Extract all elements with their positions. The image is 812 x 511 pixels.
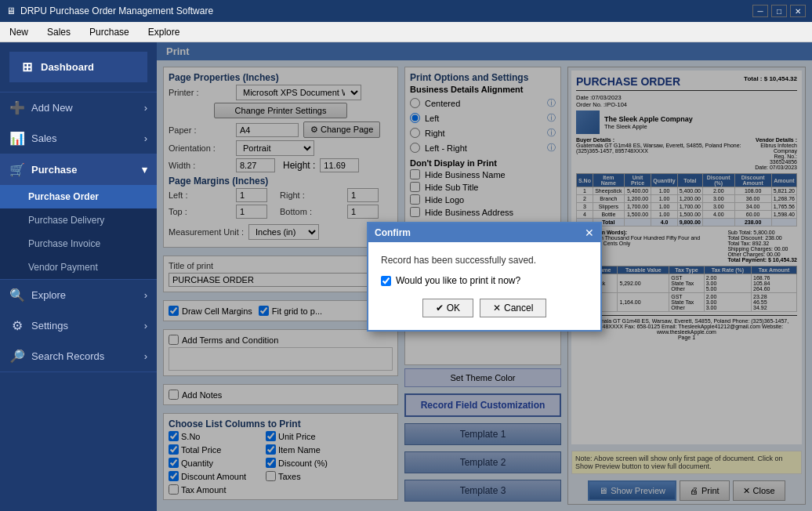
confirm-close-button[interactable]: ✕ — [585, 227, 594, 239]
purchase-icon: 🛒 — [9, 162, 25, 177]
cancel-x-icon: ✕ — [493, 303, 501, 313]
confirm-overlay: Confirm ✕ Record has been successfully s… — [157, 42, 812, 511]
add-new-icon: ➕ — [9, 100, 25, 115]
search-records-icon: 🔎 — [9, 349, 25, 364]
sidebar-item-search-records[interactable]: 🔎 Search Records › — [0, 341, 157, 371]
sidebar-label-dashboard: Dashboard — [41, 61, 94, 73]
sidebar-label-settings: Settings — [31, 320, 68, 332]
explore-icon: 🔍 — [9, 288, 25, 303]
sidebar-sub-purchase: Purchase Order Purchase Delivery Purchas… — [0, 185, 157, 279]
sales-arrow: › — [144, 132, 147, 144]
sidebar-item-purchase-order[interactable]: Purchase Order — [0, 185, 157, 208]
ok-checkmark-icon: ✔ — [436, 303, 444, 313]
search-arrow: › — [144, 350, 147, 362]
confirm-ok-button[interactable]: ✔ OK — [422, 299, 473, 317]
app-icon: 🖥 — [6, 5, 16, 16]
main-layout: ⊞ Dashboard ➕ Add New › 📊 Sales › 🛒 — [0, 42, 812, 511]
sidebar-label-search-records: Search Records — [31, 350, 104, 362]
explore-arrow: › — [144, 289, 147, 301]
confirm-message: Record has been successfully saved. — [381, 255, 588, 266]
add-new-arrow: › — [144, 102, 147, 114]
confirm-buttons: ✔ OK ✕ Cancel — [381, 299, 588, 317]
sidebar-label-sales: Sales — [31, 132, 57, 144]
sidebar-item-purchase[interactable]: 🛒 Purchase ▾ — [0, 154, 157, 185]
sidebar-logo: ⊞ Dashboard — [0, 42, 157, 92]
app-title: DRPU Purchase Order Management Software — [20, 5, 213, 16]
confirm-check-group: Would you like to print it now? — [381, 275, 588, 286]
sidebar-item-purchase-invoice[interactable]: Purchase Invoice — [0, 232, 157, 256]
menu-purchase[interactable]: Purchase — [85, 25, 134, 39]
confirm-body: Record has been successfully saved. Woul… — [368, 242, 600, 330]
settings-arrow: › — [144, 320, 147, 332]
sidebar-section-add-new: ➕ Add New › 📊 Sales › — [0, 92, 157, 154]
confirm-checkbox[interactable] — [381, 276, 391, 286]
sidebar-item-dashboard[interactable]: ⊞ Dashboard — [9, 52, 147, 82]
sidebar: ⊞ Dashboard ➕ Add New › 📊 Sales › 🛒 — [0, 42, 157, 511]
title-bar: 🖥 DRPU Purchase Order Management Softwar… — [0, 0, 812, 22]
close-button[interactable]: ✕ — [790, 5, 806, 17]
menu-new[interactable]: New — [5, 25, 33, 39]
menu-explore[interactable]: Explore — [143, 25, 185, 39]
sidebar-label-purchase: Purchase — [31, 164, 78, 176]
sidebar-label-explore: Explore — [31, 289, 66, 301]
sidebar-section-explore: 🔍 Explore › ⚙ Settings › 🔎 Search Record… — [0, 280, 157, 372]
maximize-button[interactable]: □ — [771, 5, 787, 17]
confirm-title: Confirm — [375, 227, 411, 238]
confirm-cancel-button[interactable]: ✕ Cancel — [480, 299, 546, 317]
sidebar-nav: ➕ Add New › 📊 Sales › 🛒 Purchase ▾ Purch — [0, 92, 157, 511]
sidebar-item-settings[interactable]: ⚙ Settings › — [0, 310, 157, 341]
minimize-button[interactable]: ─ — [752, 5, 768, 17]
sidebar-item-vendor-payment[interactable]: Vendor Payment — [0, 256, 157, 279]
purchase-arrow: ▾ — [142, 164, 147, 176]
window-controls: ─ □ ✕ — [752, 5, 806, 17]
settings-icon: ⚙ — [9, 318, 25, 333]
content-area: Print Page Properties (Inches) Printer :… — [157, 42, 812, 511]
sidebar-section-purchase: 🛒 Purchase ▾ Purchase Order Purchase Del… — [0, 154, 157, 280]
sidebar-label-add-new: Add New — [31, 102, 73, 114]
sidebar-item-purchase-delivery[interactable]: Purchase Delivery — [0, 208, 157, 232]
confirm-header: Confirm ✕ — [368, 223, 600, 242]
sidebar-item-sales[interactable]: 📊 Sales › — [0, 123, 157, 154]
menu-bar: New Sales Purchase Explore — [0, 22, 812, 42]
sidebar-item-explore[interactable]: 🔍 Explore › — [0, 280, 157, 310]
confirm-checkbox-label: Would you like to print it now? — [396, 275, 520, 286]
confirm-dialog: Confirm ✕ Record has been successfully s… — [367, 222, 602, 332]
sidebar-item-add-new[interactable]: ➕ Add New › — [0, 92, 157, 123]
sales-icon: 📊 — [9, 131, 25, 146]
menu-sales[interactable]: Sales — [42, 25, 75, 39]
dashboard-icon: ⊞ — [19, 60, 34, 74]
